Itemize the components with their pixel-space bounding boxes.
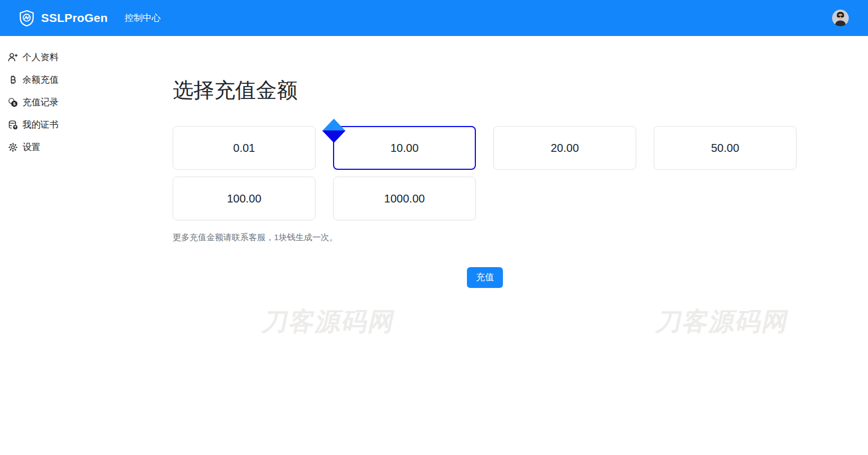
sidebar-item-label: 余额充值 [23,74,59,86]
selected-diamond-icon [322,119,345,143]
user-avatar[interactable] [832,10,849,26]
amount-option[interactable]: 1000.00 [333,177,476,220]
amount-value: 20.00 [551,142,579,155]
sidebar-item-2[interactable]: 余额充值 [8,69,150,91]
sidebar-item-label: 充值记录 [23,97,59,109]
sidebar: 个人资料 余额充值 $ 充值记录 我的证书 [0,36,158,455]
amount-value: 100.00 [227,192,261,205]
top-navbar: SSLProGen 控制中心 [0,0,868,36]
sidebar-item-label: 设置 [23,142,41,154]
watermark-text: 刀客源码网 [260,305,399,339]
sidebar-item-5[interactable]: 设置 [8,136,150,159]
amount-option[interactable]: 50.00 [654,126,797,170]
main-content: 选择充值金额 0.01 10.00 20.00 50.00 100.00 1 [173,36,797,288]
svg-text:$: $ [13,101,16,106]
amount-option[interactable]: 100.00 [173,177,316,220]
amount-value: 10.00 [390,142,419,155]
amount-grid: 0.01 10.00 20.00 50.00 100.00 1000.00 [173,126,797,220]
gear-icon [8,142,18,152]
brand[interactable]: SSLProGen [18,10,108,27]
bitcoin-icon [8,75,18,85]
watermark-text: 刀客源码网 [654,305,793,339]
amount-option[interactable]: 20.00 [493,126,636,170]
certificate-database-icon [8,120,18,130]
amount-value: 50.00 [711,142,739,155]
amount-option[interactable]: 10.00 [333,126,476,170]
sidebar-item-1[interactable]: 个人资料 [8,46,150,69]
sidebar-item-label: 我的证书 [23,119,59,131]
sidebar-item-4[interactable]: 我的证书 [8,114,150,136]
sidebar-item-label: 个人资料 [23,52,59,64]
amount-option[interactable]: 0.01 [173,126,316,170]
amount-value: 1000.00 [384,192,425,205]
amount-value: 0.01 [233,142,255,155]
page-title: 选择充值金额 [173,76,797,105]
shield-logo-icon [18,10,35,27]
recharge-note: 更多充值金额请联系客服，1块钱生成一次。 [173,232,797,243]
nav-control-center[interactable]: 控制中心 [125,12,161,24]
button-row: 充值 [173,267,797,288]
brand-name: SSLProGen [41,11,108,25]
recharge-button[interactable]: 充值 [467,267,503,288]
sidebar-item-3[interactable]: $ 充值记录 [8,91,150,114]
user-plus-icon [8,52,18,62]
coins-icon: $ [8,97,18,107]
